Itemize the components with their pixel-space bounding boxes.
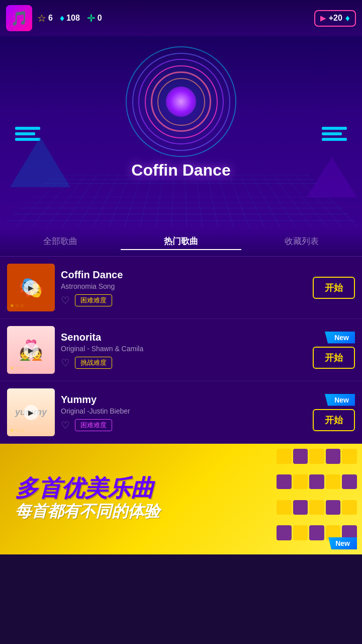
heart-icon-yummy[interactable]: ♡	[61, 419, 70, 431]
vinyl-disc	[126, 46, 236, 157]
menu-bar	[15, 127, 40, 130]
thumb-play-button[interactable]: ▶	[24, 343, 39, 358]
song-thumbnail-coffin[interactable]: ▶ ★☆☆	[7, 264, 55, 311]
play-icon: ▶	[320, 14, 326, 22]
pattern-tile	[277, 500, 292, 515]
hero-section: Coffin Dance	[0, 36, 362, 227]
song-name-coffin: Coffin Dance	[61, 269, 307, 281]
music-icon: 🎵	[11, 10, 28, 27]
song-item-yummy: yummy ▶ ★☆☆ Yummy Original -Justin Biebe…	[0, 381, 362, 444]
song-actions-coffin: 开始	[313, 277, 355, 299]
song-info-yummy: Yummy Original -Justin Bieber ♡ 困难难度	[61, 394, 307, 431]
song-meta-yummy: ♡ 困难难度	[61, 419, 307, 431]
pattern-tile	[277, 525, 292, 540]
pattern-tile	[309, 500, 324, 515]
song-actions-senorita: New 开始	[313, 332, 355, 369]
menu-bar	[15, 132, 35, 135]
banner-new-label: New	[328, 537, 357, 549]
gem-reward-value: +20	[329, 14, 342, 23]
diamond-value: 108	[66, 14, 80, 23]
pattern-tile	[342, 500, 357, 515]
pattern-tile	[277, 474, 292, 490]
song-meta-coffin: ♡ 困难难度	[61, 294, 307, 306]
song-list: ▶ ★☆☆ Coffin Dance Astronomia Song ♡ 困难难…	[0, 257, 362, 444]
menu-bar	[322, 127, 347, 130]
pattern-tile	[293, 525, 308, 540]
plus-icon: ✛	[87, 12, 96, 24]
song-info-senorita: Senorita Original - Shawn & Camila ♡ 挑战难…	[61, 332, 307, 369]
song-name-yummy: Yummy	[61, 394, 307, 406]
start-button-senorita[interactable]: 开始	[313, 347, 355, 369]
header-stats: ☆ 6 ♦ 108 ✛ 0 ▶ +20 ♦	[37, 10, 356, 27]
heart-icon-coffin[interactable]: ♡	[61, 294, 70, 306]
star-stat: ☆ 6	[37, 12, 53, 24]
menu-bar	[322, 138, 347, 141]
decoration-triangle-right	[307, 157, 357, 197]
start-button-coffin[interactable]: 开始	[313, 277, 355, 299]
menu-bar	[322, 132, 342, 135]
difficulty-badge-senorita: 挑战难度	[75, 357, 112, 369]
song-actions-yummy: New 开始	[313, 394, 355, 431]
song-artist-senorita: Original - Shawn & Camila	[61, 345, 307, 353]
song-item-senorita: 💑 ▶ ★☆☆ Senorita Original - Shawn & Cami…	[0, 319, 362, 381]
star-icon: ☆	[37, 12, 46, 24]
header: 🎵 ☆ 6 ♦ 108 ✛ 0 ▶ +20 ♦	[0, 0, 362, 36]
new-badge-senorita: New	[325, 332, 355, 344]
pattern-tile	[309, 525, 324, 540]
star-value: 6	[48, 14, 53, 23]
plus-value: 0	[98, 14, 102, 23]
start-button-yummy[interactable]: 开始	[313, 409, 355, 431]
song-name-senorita: Senorita	[61, 332, 307, 343]
song-category-tabs: 全部歌曲 热门歌曲 收藏列表	[0, 227, 362, 257]
plus-stat: ✛ 0	[87, 12, 102, 24]
menu-bars-right[interactable]	[322, 127, 347, 141]
song-artist-yummy: Original -Justin Bieber	[61, 407, 307, 415]
tab-favorites[interactable]: 收藏列表	[241, 233, 362, 250]
decoration-triangle-left	[10, 137, 70, 187]
song-thumbnail-yummy[interactable]: yummy ▶ ★☆☆	[7, 388, 55, 436]
thumb-stars: ★☆☆	[10, 302, 25, 309]
diamond-icon: ♦	[60, 13, 64, 24]
pattern-tile	[326, 449, 341, 464]
pattern-tile	[277, 449, 292, 464]
vinyl-ring-6	[157, 78, 205, 126]
pattern-tile	[342, 449, 357, 464]
pattern-tile	[326, 500, 341, 515]
gem-reward-badge[interactable]: ▶ +20 ♦	[314, 10, 356, 27]
difficulty-badge-coffin: 困难难度	[75, 294, 112, 306]
pattern-tile	[309, 449, 324, 464]
thumb-stars: ★☆☆	[10, 365, 25, 371]
song-artist-coffin: Astronomia Song	[61, 282, 307, 290]
pattern-tile	[293, 474, 308, 490]
heart-icon-senorita[interactable]: ♡	[61, 357, 70, 369]
pattern-tile	[326, 474, 341, 490]
app-logo[interactable]: 🎵	[6, 5, 32, 31]
tab-hot-songs[interactable]: 热门歌曲	[121, 233, 241, 250]
new-badge-yummy: New	[325, 394, 355, 406]
song-meta-senorita: ♡ 挑战难度	[61, 357, 307, 369]
thumb-stars: ★☆☆	[10, 427, 25, 434]
thumb-play-button[interactable]: ▶	[24, 405, 39, 420]
song-info-coffin: Coffin Dance Astronomia Song ♡ 困难难度	[61, 269, 307, 306]
pattern-tile	[293, 449, 308, 464]
tab-all-songs[interactable]: 全部歌曲	[0, 233, 121, 250]
pattern-tile	[293, 500, 308, 515]
song-item-coffin-dance: ▶ ★☆☆ Coffin Dance Astronomia Song ♡ 困难难…	[0, 257, 362, 319]
pattern-tile	[342, 474, 357, 490]
gem-diamond-icon: ♦	[345, 13, 350, 24]
thumb-play-button[interactable]: ▶	[24, 280, 39, 295]
difficulty-badge-yummy: 困难难度	[75, 419, 112, 431]
song-thumbnail-senorita[interactable]: 💑 ▶ ★☆☆	[7, 326, 55, 374]
pattern-tile	[309, 474, 324, 490]
diamond-stat: ♦ 108	[60, 13, 80, 24]
promotional-banner: 多首优美乐曲 每首都有不同的体验 New	[0, 444, 362, 554]
hero-song-title: Coffin Dance	[131, 161, 230, 180]
